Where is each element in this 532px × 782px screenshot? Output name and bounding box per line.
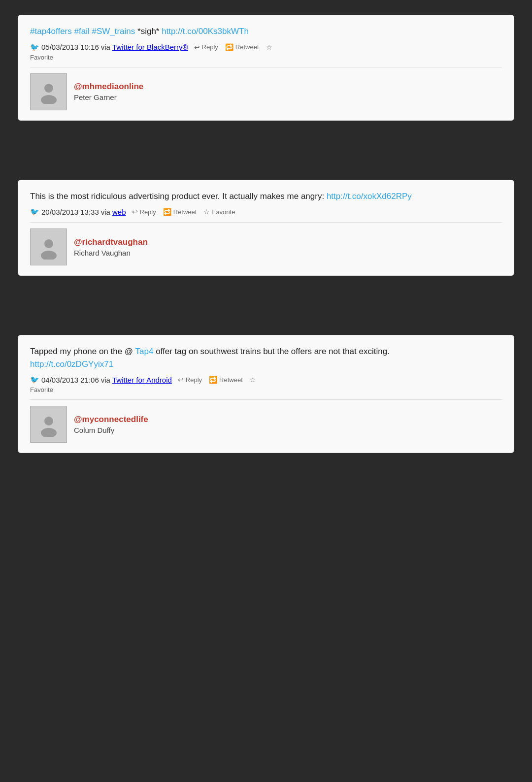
retweet-button-3[interactable]: 🔁 Retweet [209, 376, 243, 384]
twitter-bird-icon-1: 🐦 [30, 43, 39, 52]
tweet-card-3: Tapped my phone on the @ Tap4 offer tag … [18, 335, 514, 453]
reply-label-1[interactable]: Reply [202, 43, 218, 51]
user-section-3: @myconnectedlife Colum Duffy [30, 406, 502, 443]
display-name-2: Richard Vaughan [74, 249, 148, 257]
tweet-actions-2: ↩ Reply 🔁 Retweet ☆ Favorite [132, 208, 235, 216]
favorite-button-2[interactable]: ☆ Favorite [203, 208, 235, 216]
tweet-link-1[interactable]: http://t.co/00Ks3bkWTh [162, 27, 249, 36]
reply-icon-1: ↩ [194, 43, 200, 51]
via-text-2: via [101, 208, 110, 216]
tweet-datetime-1: 05/03/2013 10:16 [41, 43, 99, 51]
reply-button-3[interactable]: ↩ Reply [178, 376, 202, 384]
hashtag-fail[interactable]: #fail [74, 27, 90, 36]
avatar-placeholder-icon-1 [36, 79, 61, 104]
favorite-label-1[interactable]: Favorite [30, 54, 53, 61]
retweet-icon-1: 🔁 [225, 43, 233, 51]
star-icon-3: ☆ [250, 376, 256, 384]
username-2[interactable]: @richardtvaughan [74, 237, 148, 247]
tweet-text-1: #tap4offers #fail #SW_trains *sigh* http… [30, 25, 502, 38]
svg-point-7 [44, 417, 53, 425]
divider-3 [30, 399, 502, 400]
retweet-label-3[interactable]: Retweet [219, 376, 243, 384]
star-icon-1: ☆ [266, 43, 272, 51]
tweet-card-1: #tap4offers #fail #SW_trains *sigh* http… [18, 15, 514, 121]
reply-icon-3: ↩ [178, 376, 184, 384]
tweet-favorite-row-1: Favorite [30, 54, 502, 61]
reply-button-1[interactable]: ↩ Reply [194, 43, 218, 51]
avatar-placeholder-icon-2 [36, 235, 61, 260]
divider-2 [30, 222, 502, 223]
favorite-button-3[interactable]: Favorite [30, 386, 53, 393]
retweet-label-1[interactable]: Retweet [235, 43, 259, 51]
avatar-1 [30, 73, 67, 110]
retweet-icon-3: 🔁 [209, 376, 217, 384]
user-info-3: @myconnectedlife Colum Duffy [74, 415, 148, 434]
avatar-3 [30, 406, 67, 443]
retweet-button-1[interactable]: 🔁 Retweet [225, 43, 259, 51]
via-client-2[interactable]: web [112, 208, 126, 216]
tweet-text-3: Tapped my phone on the @ Tap4 offer tag … [30, 345, 502, 370]
tweet-meta-1: 🐦 05/03/2013 10:16 via Twitter for Black… [30, 43, 502, 52]
via-client-1[interactable]: Twitter for BlackBerry® [112, 43, 188, 51]
display-name-3: Colum Duffy [74, 426, 148, 434]
user-info-2: @richardtvaughan Richard Vaughan [74, 237, 148, 257]
user-section-1: @mhmediaonline Peter Garner [30, 73, 502, 110]
retweet-icon-2: 🔁 [163, 208, 171, 216]
favorite-label-3[interactable]: Favorite [30, 386, 53, 393]
tweet-actions-3: ↩ Reply 🔁 Retweet ☆ [178, 376, 256, 384]
favorite-label-2[interactable]: Favorite [212, 208, 235, 216]
avatar-2 [30, 228, 67, 265]
tweet-meta-2: 🐦 20/03/2013 13:33 via web ↩ Reply 🔁 Ret… [30, 207, 502, 216]
tweet-datetime-3: 04/03/2013 21:06 [41, 376, 99, 384]
user-section-2: @richardtvaughan Richard Vaughan [30, 228, 502, 265]
tweet-link-3[interactable]: http://t.co/0zDGYyix71 [30, 359, 113, 369]
reply-icon-2: ↩ [132, 208, 138, 216]
svg-point-4 [44, 239, 53, 248]
favorite-star-3[interactable]: ☆ [250, 376, 256, 384]
star-icon-2: ☆ [203, 208, 210, 216]
tap4-link[interactable]: Tap4 [135, 347, 154, 356]
reply-label-2[interactable]: Reply [140, 208, 156, 216]
reply-button-2[interactable]: ↩ Reply [132, 208, 156, 216]
tweet-card-2: This is the most ridiculous advertising … [18, 180, 514, 276]
username-3[interactable]: @myconnectedlife [74, 415, 148, 424]
hashtag-tap4offers[interactable]: #tap4offers [30, 27, 72, 36]
tweet-link-2[interactable]: http://t.co/xokXd62RPy [327, 192, 412, 201]
via-text-3: via [101, 376, 110, 384]
twitter-bird-icon-2: 🐦 [30, 207, 39, 216]
favorite-star-1[interactable]: ☆ [266, 43, 272, 51]
favorite-button-1[interactable]: Favorite [30, 54, 53, 61]
spacer-1 [0, 135, 532, 165]
divider-1 [30, 67, 502, 67]
avatar-placeholder-icon-3 [36, 412, 61, 437]
tweet-plain-text-3a: Tapped my phone on the @ [30, 347, 133, 356]
tweet-datetime-2: 20/03/2013 13:33 [41, 208, 99, 216]
svg-point-1 [44, 84, 53, 93]
via-text-1: via [101, 43, 110, 51]
tweet-favorite-row-3: Favorite [30, 386, 502, 393]
twitter-bird-icon-3: 🐦 [30, 375, 39, 384]
username-1[interactable]: @mhmediaonline [74, 82, 143, 91]
tweet-plain-text-3b: offer tag on southwest trains but the of… [156, 347, 390, 356]
retweet-label-2[interactable]: Retweet [173, 208, 197, 216]
spacer-2 [0, 291, 532, 320]
hashtag-sw-trains[interactable]: #SW_trains [92, 27, 135, 36]
retweet-button-2[interactable]: 🔁 Retweet [163, 208, 197, 216]
tweet-meta-3: 🐦 04/03/2013 21:06 via Twitter for Andro… [30, 375, 502, 384]
display-name-1: Peter Garner [74, 93, 143, 101]
tweet-text-2: This is the most ridiculous advertising … [30, 190, 502, 203]
tweet-plain-text-2: This is the most ridiculous advertising … [30, 192, 327, 201]
user-info-1: @mhmediaonline Peter Garner [74, 82, 143, 101]
reply-label-3[interactable]: Reply [186, 376, 202, 384]
via-client-3[interactable]: Twitter for Android [112, 376, 172, 384]
sigh-word: *sigh* [137, 27, 159, 36]
tweet-actions-1: ↩ Reply 🔁 Retweet ☆ [194, 43, 272, 51]
